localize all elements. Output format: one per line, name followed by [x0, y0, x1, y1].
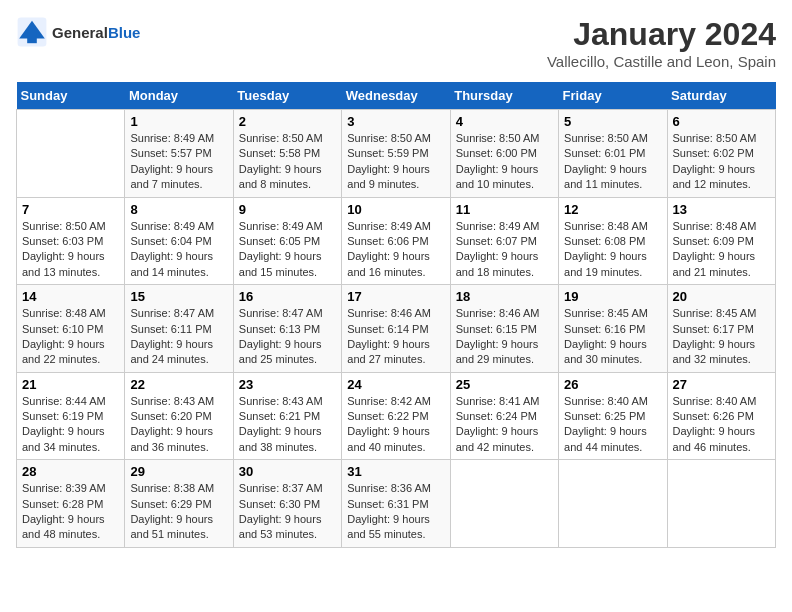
- cell-info: Sunrise: 8:46 AMSunset: 6:14 PMDaylight:…: [347, 307, 431, 365]
- svg-rect-2: [27, 32, 37, 43]
- day-number: 9: [239, 202, 336, 217]
- cell-info: Sunrise: 8:50 AMSunset: 5:58 PMDaylight:…: [239, 132, 323, 190]
- cell-info: Sunrise: 8:40 AMSunset: 6:26 PMDaylight:…: [673, 395, 757, 453]
- calendar-week-2: 7Sunrise: 8:50 AMSunset: 6:03 PMDaylight…: [17, 197, 776, 285]
- cell-info: Sunrise: 8:39 AMSunset: 6:28 PMDaylight:…: [22, 482, 106, 540]
- day-number: 17: [347, 289, 444, 304]
- calendar-week-1: 1Sunrise: 8:49 AMSunset: 5:57 PMDaylight…: [17, 110, 776, 198]
- day-number: 23: [239, 377, 336, 392]
- cell-info: Sunrise: 8:44 AMSunset: 6:19 PMDaylight:…: [22, 395, 106, 453]
- day-number: 8: [130, 202, 227, 217]
- calendar-cell-w1-d6: 6Sunrise: 8:50 AMSunset: 6:02 PMDaylight…: [667, 110, 775, 198]
- calendar-cell-w1-d3: 3Sunrise: 8:50 AMSunset: 5:59 PMDaylight…: [342, 110, 450, 198]
- calendar-cell-w1-d4: 4Sunrise: 8:50 AMSunset: 6:00 PMDaylight…: [450, 110, 558, 198]
- calendar-cell-w4-d4: 25Sunrise: 8:41 AMSunset: 6:24 PMDayligh…: [450, 372, 558, 460]
- logo-general: General: [52, 24, 108, 41]
- cell-info: Sunrise: 8:47 AMSunset: 6:11 PMDaylight:…: [130, 307, 214, 365]
- day-number: 19: [564, 289, 661, 304]
- calendar-cell-w5-d3: 31Sunrise: 8:36 AMSunset: 6:31 PMDayligh…: [342, 460, 450, 548]
- weekday-header-wednesday: Wednesday: [342, 82, 450, 110]
- calendar-cell-w4-d3: 24Sunrise: 8:42 AMSunset: 6:22 PMDayligh…: [342, 372, 450, 460]
- day-number: 18: [456, 289, 553, 304]
- page-title: January 2024: [547, 16, 776, 53]
- calendar-cell-w2-d1: 8Sunrise: 8:49 AMSunset: 6:04 PMDaylight…: [125, 197, 233, 285]
- calendar-cell-w2-d5: 12Sunrise: 8:48 AMSunset: 6:08 PMDayligh…: [559, 197, 667, 285]
- cell-info: Sunrise: 8:50 AMSunset: 6:00 PMDaylight:…: [456, 132, 540, 190]
- cell-info: Sunrise: 8:40 AMSunset: 6:25 PMDaylight:…: [564, 395, 648, 453]
- calendar-cell-w1-d2: 2Sunrise: 8:50 AMSunset: 5:58 PMDaylight…: [233, 110, 341, 198]
- day-number: 12: [564, 202, 661, 217]
- cell-info: Sunrise: 8:43 AMSunset: 6:20 PMDaylight:…: [130, 395, 214, 453]
- calendar-cell-w5-d0: 28Sunrise: 8:39 AMSunset: 6:28 PMDayligh…: [17, 460, 125, 548]
- weekday-header-monday: Monday: [125, 82, 233, 110]
- day-number: 25: [456, 377, 553, 392]
- cell-info: Sunrise: 8:49 AMSunset: 5:57 PMDaylight:…: [130, 132, 214, 190]
- calendar-cell-w4-d0: 21Sunrise: 8:44 AMSunset: 6:19 PMDayligh…: [17, 372, 125, 460]
- calendar-cell-w2-d0: 7Sunrise: 8:50 AMSunset: 6:03 PMDaylight…: [17, 197, 125, 285]
- calendar-cell-w3-d4: 18Sunrise: 8:46 AMSunset: 6:15 PMDayligh…: [450, 285, 558, 373]
- cell-info: Sunrise: 8:41 AMSunset: 6:24 PMDaylight:…: [456, 395, 540, 453]
- calendar-cell-w3-d0: 14Sunrise: 8:48 AMSunset: 6:10 PMDayligh…: [17, 285, 125, 373]
- day-number: 10: [347, 202, 444, 217]
- cell-info: Sunrise: 8:50 AMSunset: 6:03 PMDaylight:…: [22, 220, 106, 278]
- calendar-cell-w4-d2: 23Sunrise: 8:43 AMSunset: 6:21 PMDayligh…: [233, 372, 341, 460]
- day-number: 15: [130, 289, 227, 304]
- logo-text: GeneralBlue: [52, 24, 140, 41]
- day-number: 24: [347, 377, 444, 392]
- calendar-cell-w3-d3: 17Sunrise: 8:46 AMSunset: 6:14 PMDayligh…: [342, 285, 450, 373]
- calendar-cell-w4-d6: 27Sunrise: 8:40 AMSunset: 6:26 PMDayligh…: [667, 372, 775, 460]
- day-number: 22: [130, 377, 227, 392]
- day-number: 14: [22, 289, 119, 304]
- cell-info: Sunrise: 8:45 AMSunset: 6:16 PMDaylight:…: [564, 307, 648, 365]
- cell-info: Sunrise: 8:49 AMSunset: 6:04 PMDaylight:…: [130, 220, 214, 278]
- calendar-week-5: 28Sunrise: 8:39 AMSunset: 6:28 PMDayligh…: [17, 460, 776, 548]
- day-number: 20: [673, 289, 770, 304]
- weekday-header-friday: Friday: [559, 82, 667, 110]
- day-number: 28: [22, 464, 119, 479]
- calendar-cell-w1-d5: 5Sunrise: 8:50 AMSunset: 6:01 PMDaylight…: [559, 110, 667, 198]
- calendar-cell-w1-d0: [17, 110, 125, 198]
- calendar-cell-w2-d4: 11Sunrise: 8:49 AMSunset: 6:07 PMDayligh…: [450, 197, 558, 285]
- cell-info: Sunrise: 8:50 AMSunset: 6:02 PMDaylight:…: [673, 132, 757, 190]
- calendar-cell-w1-d1: 1Sunrise: 8:49 AMSunset: 5:57 PMDaylight…: [125, 110, 233, 198]
- calendar-cell-w4-d5: 26Sunrise: 8:40 AMSunset: 6:25 PMDayligh…: [559, 372, 667, 460]
- logo-blue: Blue: [108, 24, 141, 41]
- day-number: 1: [130, 114, 227, 129]
- cell-info: Sunrise: 8:50 AMSunset: 5:59 PMDaylight:…: [347, 132, 431, 190]
- logo-icon: [16, 16, 48, 48]
- day-number: 2: [239, 114, 336, 129]
- day-number: 29: [130, 464, 227, 479]
- weekday-header-thursday: Thursday: [450, 82, 558, 110]
- cell-info: Sunrise: 8:50 AMSunset: 6:01 PMDaylight:…: [564, 132, 648, 190]
- calendar-week-3: 14Sunrise: 8:48 AMSunset: 6:10 PMDayligh…: [17, 285, 776, 373]
- day-number: 26: [564, 377, 661, 392]
- logo: GeneralBlue: [16, 16, 140, 48]
- calendar-cell-w5-d1: 29Sunrise: 8:38 AMSunset: 6:29 PMDayligh…: [125, 460, 233, 548]
- cell-info: Sunrise: 8:36 AMSunset: 6:31 PMDaylight:…: [347, 482, 431, 540]
- calendar-cell-w2-d2: 9Sunrise: 8:49 AMSunset: 6:05 PMDaylight…: [233, 197, 341, 285]
- calendar-cell-w4-d1: 22Sunrise: 8:43 AMSunset: 6:20 PMDayligh…: [125, 372, 233, 460]
- weekday-header-tuesday: Tuesday: [233, 82, 341, 110]
- title-block: January 2024 Vallecillo, Castille and Le…: [547, 16, 776, 70]
- day-number: 7: [22, 202, 119, 217]
- weekday-header-saturday: Saturday: [667, 82, 775, 110]
- cell-info: Sunrise: 8:49 AMSunset: 6:07 PMDaylight:…: [456, 220, 540, 278]
- cell-info: Sunrise: 8:37 AMSunset: 6:30 PMDaylight:…: [239, 482, 323, 540]
- day-number: 5: [564, 114, 661, 129]
- subtitle: Vallecillo, Castille and Leon, Spain: [547, 53, 776, 70]
- cell-info: Sunrise: 8:49 AMSunset: 6:05 PMDaylight:…: [239, 220, 323, 278]
- calendar-cell-w2-d3: 10Sunrise: 8:49 AMSunset: 6:06 PMDayligh…: [342, 197, 450, 285]
- cell-info: Sunrise: 8:48 AMSunset: 6:09 PMDaylight:…: [673, 220, 757, 278]
- cell-info: Sunrise: 8:45 AMSunset: 6:17 PMDaylight:…: [673, 307, 757, 365]
- calendar-week-4: 21Sunrise: 8:44 AMSunset: 6:19 PMDayligh…: [17, 372, 776, 460]
- cell-info: Sunrise: 8:43 AMSunset: 6:21 PMDaylight:…: [239, 395, 323, 453]
- header: GeneralBlue January 2024 Vallecillo, Cas…: [16, 16, 776, 70]
- day-number: 6: [673, 114, 770, 129]
- cell-info: Sunrise: 8:47 AMSunset: 6:13 PMDaylight:…: [239, 307, 323, 365]
- day-number: 4: [456, 114, 553, 129]
- calendar-cell-w3-d5: 19Sunrise: 8:45 AMSunset: 6:16 PMDayligh…: [559, 285, 667, 373]
- calendar-cell-w5-d5: [559, 460, 667, 548]
- cell-info: Sunrise: 8:49 AMSunset: 6:06 PMDaylight:…: [347, 220, 431, 278]
- cell-info: Sunrise: 8:38 AMSunset: 6:29 PMDaylight:…: [130, 482, 214, 540]
- day-number: 16: [239, 289, 336, 304]
